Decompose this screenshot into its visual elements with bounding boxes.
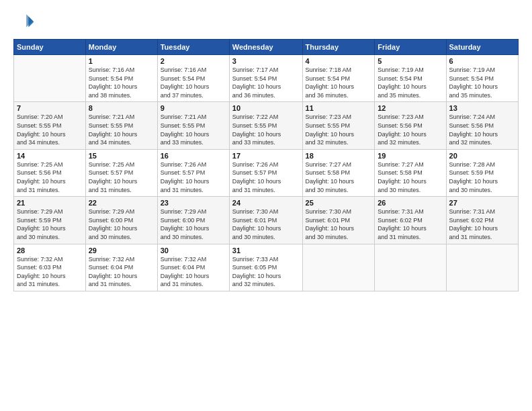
day-info: Sunrise: 7:33 AM Sunset: 6:05 PM Dayligh… [232,255,300,289]
day-cell: 14Sunrise: 7:25 AM Sunset: 5:56 PM Dayli… [14,149,86,196]
day-info: Sunrise: 7:31 AM Sunset: 6:02 PM Dayligh… [449,208,515,241]
week-row-3: 14Sunrise: 7:25 AM Sunset: 5:56 PM Dayli… [14,149,519,196]
day-number: 17 [232,152,300,160]
calendar: SundayMondayTuesdayWednesdayThursdayFrid… [13,39,519,291]
day-cell: 21Sunrise: 7:29 AM Sunset: 5:59 PM Dayli… [14,197,86,244]
day-cell: 31Sunrise: 7:33 AM Sunset: 6:05 PM Dayli… [229,244,302,291]
week-row-4: 21Sunrise: 7:29 AM Sunset: 5:59 PM Dayli… [14,197,519,244]
day-cell: 24Sunrise: 7:30 AM Sunset: 6:01 PM Dayli… [229,197,302,244]
day-info: Sunrise: 7:32 AM Sunset: 6:04 PM Dayligh… [161,255,226,289]
day-info: Sunrise: 7:17 AM Sunset: 5:54 PM Dayligh… [232,66,300,99]
day-cell: 7Sunrise: 7:20 AM Sunset: 5:55 PM Daylig… [14,102,86,149]
day-cell [446,244,518,291]
day-number: 28 [17,246,83,255]
header [13,12,519,34]
day-number: 5 [378,57,443,65]
col-header-wednesday: Wednesday [229,40,302,55]
day-number: 12 [378,104,443,112]
day-number: 19 [378,152,443,160]
day-number: 31 [232,246,300,255]
day-number: 14 [17,152,83,160]
day-number: 26 [378,199,443,207]
day-cell: 17Sunrise: 7:26 AM Sunset: 5:57 PM Dayli… [229,149,302,196]
col-header-tuesday: Tuesday [157,40,229,55]
day-number: 21 [17,199,83,207]
day-info: Sunrise: 7:30 AM Sunset: 6:01 PM Dayligh… [306,208,372,241]
day-number: 13 [449,104,515,112]
day-number: 20 [449,152,515,160]
day-number: 18 [306,152,372,160]
day-info: Sunrise: 7:26 AM Sunset: 5:57 PM Dayligh… [161,161,226,194]
day-number: 8 [89,104,154,112]
logo [13,12,38,34]
day-info: Sunrise: 7:25 AM Sunset: 5:56 PM Dayligh… [17,161,83,194]
day-cell: 15Sunrise: 7:25 AM Sunset: 5:57 PM Dayli… [85,149,157,196]
day-cell: 22Sunrise: 7:29 AM Sunset: 6:00 PM Dayli… [85,197,157,244]
day-cell: 6Sunrise: 7:19 AM Sunset: 5:54 PM Daylig… [446,55,518,102]
day-info: Sunrise: 7:21 AM Sunset: 5:55 PM Dayligh… [161,113,226,146]
day-cell: 11Sunrise: 7:23 AM Sunset: 5:55 PM Dayli… [302,102,375,149]
day-number: 6 [449,57,515,65]
day-number: 16 [161,152,226,160]
day-cell: 1Sunrise: 7:16 AM Sunset: 5:54 PM Daylig… [85,55,157,102]
day-cell: 25Sunrise: 7:30 AM Sunset: 6:01 PM Dayli… [302,197,375,244]
col-header-saturday: Saturday [446,40,518,55]
day-cell: 29Sunrise: 7:32 AM Sunset: 6:04 PM Dayli… [85,244,157,291]
day-cell: 28Sunrise: 7:32 AM Sunset: 6:03 PM Dayli… [14,244,86,291]
day-number: 30 [161,246,226,255]
col-header-thursday: Thursday [302,40,375,55]
day-info: Sunrise: 7:24 AM Sunset: 5:56 PM Dayligh… [449,113,515,146]
day-number: 2 [161,57,226,65]
day-cell [14,55,86,102]
day-info: Sunrise: 7:16 AM Sunset: 5:54 PM Dayligh… [161,66,226,99]
day-cell: 23Sunrise: 7:29 AM Sunset: 6:00 PM Dayli… [157,197,229,244]
day-info: Sunrise: 7:29 AM Sunset: 6:00 PM Dayligh… [161,208,226,241]
day-info: Sunrise: 7:18 AM Sunset: 5:54 PM Dayligh… [306,66,372,99]
day-info: Sunrise: 7:16 AM Sunset: 5:54 PM Dayligh… [89,66,154,99]
col-header-sunday: Sunday [14,40,86,55]
day-cell: 12Sunrise: 7:23 AM Sunset: 5:56 PM Dayli… [375,102,446,149]
day-number: 27 [449,199,515,207]
day-info: Sunrise: 7:31 AM Sunset: 6:02 PM Dayligh… [378,208,443,241]
day-info: Sunrise: 7:19 AM Sunset: 5:54 PM Dayligh… [378,66,443,99]
day-cell: 4Sunrise: 7:18 AM Sunset: 5:54 PM Daylig… [302,55,375,102]
day-cell: 13Sunrise: 7:24 AM Sunset: 5:56 PM Dayli… [446,102,518,149]
day-info: Sunrise: 7:22 AM Sunset: 5:55 PM Dayligh… [232,113,300,146]
day-info: Sunrise: 7:25 AM Sunset: 5:57 PM Dayligh… [89,161,154,194]
header-row: SundayMondayTuesdayWednesdayThursdayFrid… [14,40,519,55]
day-number: 22 [89,199,154,207]
day-cell: 2Sunrise: 7:16 AM Sunset: 5:54 PM Daylig… [157,55,229,102]
day-info: Sunrise: 7:27 AM Sunset: 5:58 PM Dayligh… [378,161,443,194]
day-cell: 8Sunrise: 7:21 AM Sunset: 5:55 PM Daylig… [85,102,157,149]
day-info: Sunrise: 7:32 AM Sunset: 6:04 PM Dayligh… [89,255,154,289]
day-info: Sunrise: 7:29 AM Sunset: 5:59 PM Dayligh… [17,208,83,241]
day-info: Sunrise: 7:32 AM Sunset: 6:03 PM Dayligh… [17,255,83,289]
day-info: Sunrise: 7:19 AM Sunset: 5:54 PM Dayligh… [449,66,515,99]
day-cell: 3Sunrise: 7:17 AM Sunset: 5:54 PM Daylig… [229,55,302,102]
day-info: Sunrise: 7:20 AM Sunset: 5:55 PM Dayligh… [17,113,83,146]
day-number: 25 [306,199,372,207]
day-number: 24 [232,199,300,207]
col-header-friday: Friday [375,40,446,55]
day-number: 9 [161,104,226,112]
logo-icon [13,12,35,34]
day-cell [375,244,446,291]
page: SundayMondayTuesdayWednesdayThursdayFrid… [0,0,532,411]
day-cell: 27Sunrise: 7:31 AM Sunset: 6:02 PM Dayli… [446,197,518,244]
day-cell: 10Sunrise: 7:22 AM Sunset: 5:55 PM Dayli… [229,102,302,149]
day-info: Sunrise: 7:21 AM Sunset: 5:55 PM Dayligh… [89,113,154,146]
week-row-2: 7Sunrise: 7:20 AM Sunset: 5:55 PM Daylig… [14,102,519,149]
day-number: 29 [89,246,154,255]
day-cell: 5Sunrise: 7:19 AM Sunset: 5:54 PM Daylig… [375,55,446,102]
day-info: Sunrise: 7:30 AM Sunset: 6:01 PM Dayligh… [232,208,300,241]
day-cell: 30Sunrise: 7:32 AM Sunset: 6:04 PM Dayli… [157,244,229,291]
day-number: 4 [306,57,372,65]
col-header-monday: Monday [85,40,157,55]
day-number: 15 [89,152,154,160]
day-info: Sunrise: 7:27 AM Sunset: 5:58 PM Dayligh… [306,161,372,194]
day-cell: 26Sunrise: 7:31 AM Sunset: 6:02 PM Dayli… [375,197,446,244]
week-row-5: 28Sunrise: 7:32 AM Sunset: 6:03 PM Dayli… [14,244,519,291]
day-number: 1 [89,57,154,65]
day-number: 3 [232,57,300,65]
day-number: 10 [232,104,300,112]
